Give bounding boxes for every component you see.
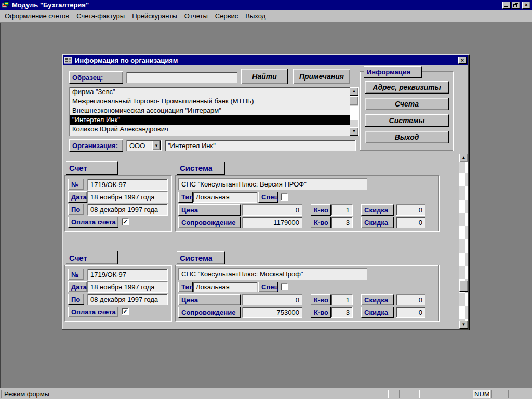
system-header: Система [177,251,225,264]
invoice-date-field[interactable]: 18 ноября 1997 года [87,191,168,203]
price-label[interactable]: Цена [178,204,241,216]
type-label[interactable]: Тип [178,192,193,203]
invoice-due-label[interactable]: По [68,294,84,305]
menu-bar: Оформление счетов Счета-фактуры Прейскур… [0,10,532,22]
qty-label[interactable]: К-во [311,307,331,318]
scroll-up-button[interactable]: ▲ [350,87,358,96]
restore-button[interactable] [512,2,520,9]
spec-label: Спец [258,282,278,292]
price-field[interactable]: 0 [242,294,302,305]
down-arrow-icon: ▼ [462,323,466,327]
qty-field[interactable]: 3 [331,307,353,318]
qty-label[interactable]: К-во [311,204,331,216]
type-field[interactable]: Локальная [193,192,257,203]
systems-button[interactable]: Системы [365,114,449,127]
qty-label[interactable]: К-во [311,294,331,305]
organization-label: Организация: [69,139,123,152]
support-field[interactable]: 1179000 [242,217,302,228]
menu-service[interactable]: Сервис [211,10,242,21]
invoice-date-label[interactable]: Дата [68,191,87,203]
qty-label[interactable]: К-во [311,217,331,228]
notes-button[interactable]: Примечания [293,69,350,84]
menu-invoices[interactable]: Оформление счетов [1,10,73,21]
find-button[interactable]: Найти [241,69,288,84]
discount-field[interactable]: 0 [396,307,425,318]
app-icon [2,1,10,9]
address-details-button[interactable]: Адрес, реквизиты [365,81,449,94]
payment-label: Оплата счета [68,307,118,317]
status-panel [455,390,469,398]
support-label[interactable]: Сопровождение [178,217,241,228]
discount-label[interactable]: Скидка [361,294,394,305]
status-panel [438,390,453,398]
payment-checkbox[interactable]: ✓ [122,218,129,225]
support-label[interactable]: Сопровождение [178,307,241,318]
list-item-selected[interactable]: "Интертел Инк" [70,115,358,125]
system-name-field[interactable]: СПС "КонсультантПлюс: Версия ПРОФ" [178,178,367,190]
down-arrow-icon: ▼ [352,129,356,134]
accounts-button[interactable]: Счета [365,98,449,110]
account-header: Счет [66,251,118,264]
dropdown-icon: ▼ [154,143,158,148]
close-button[interactable]: × [522,2,530,9]
sample-label: Образец: [69,71,123,84]
invoice-date-field[interactable]: 18 ноября 1997 года [87,281,168,293]
invoice-due-field[interactable]: 08 декабря 1997 года [87,294,168,305]
scroll-down-button[interactable]: ▼ [459,321,468,329]
spec-checkbox[interactable] [281,283,288,290]
combo-dropdown-button[interactable]: ▼ [152,141,161,150]
spec-label: Спец [258,192,278,203]
up-arrow-icon: ▲ [462,156,466,160]
invoice-due-label[interactable]: По [68,204,84,215]
list-item[interactable]: Коликов Юрий Александрович [70,125,358,134]
app-window: { "window": { "title": "Модуль \"Бухгалт… [0,0,532,399]
type-label[interactable]: Тип [178,282,193,292]
org-type-combobox[interactable]: ООО ▼ [126,140,162,151]
menu-reports[interactable]: Отчеты [181,10,211,21]
menu-invoice-factures[interactable]: Счета-фактуры [73,10,128,21]
system-name-field[interactable]: СПС "КонсультантПлюс: МоскваПроф" [178,268,367,280]
discount-label[interactable]: Скидка [361,204,394,216]
scroll-down-button[interactable]: ▼ [350,127,358,136]
scroll-up-button[interactable]: ▲ [459,154,468,162]
minimize-button[interactable] [502,2,511,9]
discount-field[interactable]: 0 [396,217,425,228]
invoice-no-label[interactable]: № [68,269,84,280]
invoice-no-field[interactable]: 1719/ОК-97 [87,269,168,281]
invoice-no-field[interactable]: 1719/ОК-97 [87,179,168,191]
window-title: Модуль "Бухгалтерия" [12,1,89,9]
discount-field[interactable]: 0 [396,204,425,216]
minimize-icon [504,6,508,7]
sample-input[interactable] [126,72,237,83]
org-name-field[interactable]: "Интертел Инк" [165,140,356,151]
invoice-no-label[interactable]: № [68,179,84,190]
scroll-thumb[interactable] [350,96,358,105]
scroll-track[interactable] [459,162,468,321]
list-item[interactable]: Внешнеэкономическая ассоциация "Интерарм… [70,106,358,115]
price-field[interactable]: 0 [242,204,302,216]
dialog-close-button[interactable]: × [458,57,467,64]
list-item[interactable]: фирма "Зевс" [70,87,358,97]
menu-pricelists[interactable]: Прейскуранты [128,10,181,21]
invoice-date-label[interactable]: Дата [68,281,87,292]
scroll-thumb[interactable] [459,281,468,292]
discount-label[interactable]: Скидка [361,217,394,228]
status-panel [508,390,530,398]
type-field[interactable]: Локальная [193,282,257,292]
price-label[interactable]: Цена [178,294,241,305]
qty-field[interactable]: 1 [331,294,353,305]
payment-checkbox[interactable]: ✓ [122,308,129,315]
support-field[interactable]: 753000 [242,307,302,318]
menu-exit[interactable]: Выход [242,10,269,21]
discount-field[interactable]: 0 [396,294,425,305]
spec-checkbox[interactable] [281,193,288,201]
invoice-due-field[interactable]: 08 декабря 1997 года [87,204,168,216]
qty-field[interactable]: 3 [331,217,353,228]
list-item[interactable]: Межрегиональный Торгово- Промышленный ба… [70,97,358,106]
dialog-titlebar[interactable]: Информация по организациям × [63,55,468,65]
exit-button[interactable]: Выход [365,131,449,143]
qty-field[interactable]: 1 [331,204,353,216]
list-item[interactable]: "Оргбанк" [70,134,358,136]
window-titlebar: Модуль "Бухгалтерия" × [0,0,532,10]
discount-label[interactable]: Скидка [361,307,394,318]
